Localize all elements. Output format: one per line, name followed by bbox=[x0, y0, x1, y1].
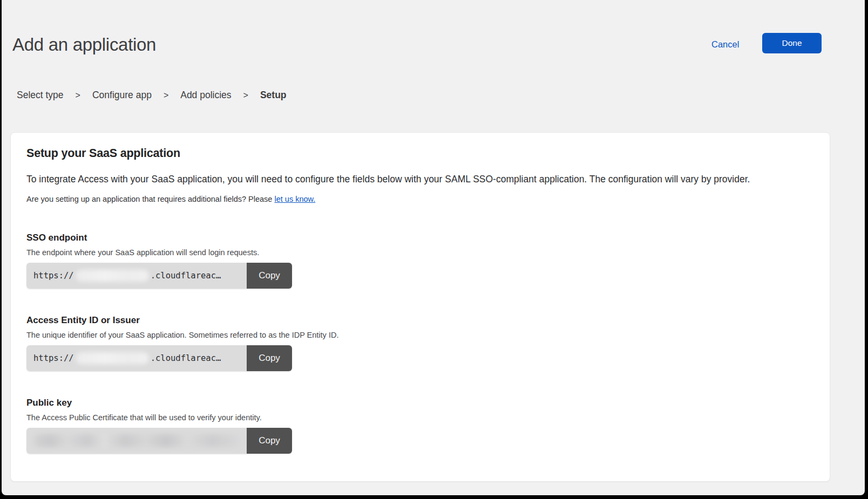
field-access-entity-id: Access Entity ID or Issuer The unique id… bbox=[26, 315, 350, 371]
breadcrumb-separator: > bbox=[164, 91, 168, 100]
redacted-value-blur bbox=[76, 352, 149, 364]
field-description: The unique identifier of your SaaS appli… bbox=[26, 331, 350, 340]
public-key-value bbox=[26, 428, 247, 454]
public-key-value-group: Copy bbox=[26, 428, 292, 454]
access-entity-id-value: https://.cloudflareac… bbox=[26, 345, 247, 371]
breadcrumb-step-add-policies[interactable]: Add policies bbox=[180, 90, 231, 101]
value-suffix: .cloudflareac… bbox=[151, 271, 221, 281]
value-prefix: https:// bbox=[33, 353, 74, 363]
copy-public-key-button[interactable]: Copy bbox=[247, 428, 292, 454]
breadcrumb-step-configure-app[interactable]: Configure app bbox=[92, 90, 152, 101]
cancel-button[interactable]: Cancel bbox=[711, 39, 739, 50]
breadcrumb-separator: > bbox=[76, 91, 80, 100]
app-window: Add an application Cancel Done Select ty… bbox=[2, 0, 865, 495]
field-sso-endpoint: SSO endpoint The endpoint where your Saa… bbox=[26, 232, 350, 289]
value-prefix: https:// bbox=[33, 271, 74, 281]
field-label: Access Entity ID or Issuer bbox=[26, 315, 350, 326]
sso-endpoint-value: https://.cloudflareac… bbox=[26, 263, 247, 289]
let-us-know-link[interactable]: let us know. bbox=[274, 195, 315, 203]
breadcrumb-step-setup: Setup bbox=[260, 90, 287, 101]
page-title: Add an application bbox=[12, 35, 156, 55]
card-heading: Setup your SaaS application bbox=[26, 147, 180, 160]
copy-access-entity-id-button[interactable]: Copy bbox=[247, 345, 292, 371]
sso-endpoint-value-group: https://.cloudflareac… Copy bbox=[26, 263, 292, 289]
value-suffix: .cloudflareac… bbox=[151, 353, 221, 363]
field-label: Public key bbox=[26, 397, 350, 408]
copy-sso-endpoint-button[interactable]: Copy bbox=[247, 263, 292, 289]
access-entity-id-value-group: https://.cloudflareac… Copy bbox=[26, 345, 292, 371]
field-public-key: Public key The Access Public Certificate… bbox=[26, 397, 350, 454]
redacted-value-blur bbox=[33, 434, 241, 447]
field-description: The endpoint where your SaaS application… bbox=[26, 248, 350, 257]
field-label: SSO endpoint bbox=[26, 232, 350, 243]
breadcrumb-step-select-type[interactable]: Select type bbox=[17, 90, 64, 101]
done-button[interactable]: Done bbox=[762, 33, 822, 53]
breadcrumb: Select type > Configure app > Add polici… bbox=[17, 90, 287, 101]
redacted-value-blur bbox=[76, 270, 149, 282]
field-description: The Access Public Certificate that will … bbox=[26, 413, 350, 422]
card-intro-text: To integrate Access with your SaaS appli… bbox=[26, 173, 819, 186]
card-note: Are you setting up an application that r… bbox=[26, 195, 315, 203]
card-note-text: Are you setting up an application that r… bbox=[26, 195, 274, 203]
setup-card: Setup your SaaS application To integrate… bbox=[10, 132, 830, 482]
breadcrumb-separator: > bbox=[243, 91, 248, 100]
